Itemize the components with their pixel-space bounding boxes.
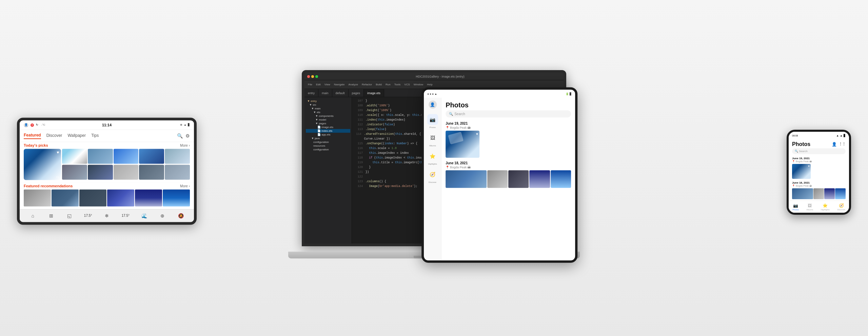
mute-icon[interactable]: 🔕 — [177, 212, 184, 219]
tab-featured[interactable]: Featured — [24, 133, 41, 139]
status-left: 👤 ♥ ↻ -°C — [24, 123, 45, 127]
ac-icon[interactable]: 🌊 — [141, 212, 148, 219]
menu-analyze[interactable]: Analyze — [347, 82, 359, 87]
wifi-icon: ▲ — [840, 134, 843, 137]
tablet-frame: 👤 ♥ ↻ -°C 11:14 ⊗ ▲ ▊ Featured Discover … — [17, 118, 197, 225]
photo-item — [88, 165, 113, 180]
menu-run[interactable]: Run — [384, 82, 392, 87]
more-icon[interactable]: ⋮⋮ — [839, 142, 846, 147]
tablet-time: 11:14 — [102, 123, 112, 127]
photo-item — [165, 149, 190, 164]
menu-vcs[interactable]: VCS — [403, 82, 411, 87]
ph-med-photo — [813, 188, 824, 199]
ide-tab-image[interactable]: image.ets — [364, 89, 384, 97]
file-tree-item[interactable]: 📄 image.ets — [306, 125, 350, 129]
tasks-icon[interactable]: ⊞ — [48, 212, 55, 219]
tab-discover[interactable]: Discover — [46, 133, 62, 139]
section1-more[interactable]: More › — [180, 144, 190, 147]
search-icon: 🔍 — [449, 112, 453, 116]
menu-refactor[interactable]: Refactor — [360, 82, 373, 87]
menu-file[interactable]: File — [307, 82, 314, 87]
ph-nav-label-highlights: Highlights — [821, 209, 830, 211]
file-tree-item[interactable]: ▼ entry — [306, 99, 350, 103]
file-tree-item[interactable]: ▼ model — [306, 118, 350, 122]
sidebar-item-photos[interactable]: 📷 — [427, 114, 438, 125]
ide-title: HDC2031Gallery - image.ets (entry) — [319, 75, 561, 78]
file-tree-item[interactable]: configuration — [306, 148, 350, 151]
tab-tips[interactable]: Tips — [91, 133, 99, 139]
ph-nav-photos[interactable]: 📷 Photos — [792, 203, 799, 211]
large-tablet: ● ● ● ▲ 🔋 ▊ 👤 📷 Photos 🖼 Albums ⭐ Highli… — [421, 87, 577, 263]
ide-tab-entry[interactable]: entry — [304, 89, 318, 97]
section2-more[interactable]: More › — [180, 184, 190, 188]
large-tablet-frame: ● ● ● ▲ 🔋 ▊ 👤 📷 Photos 🖼 Albums ⭐ Highli… — [421, 87, 577, 263]
file-tree-item[interactable]: configuration — [306, 140, 350, 144]
ph-header-icons: 👤 ⋮⋮ — [832, 142, 846, 147]
close-icon[interactable] — [307, 75, 310, 78]
ph-nav-albums[interactable]: 🖼 Albums — [806, 203, 813, 211]
ph-bottom-nav: 📷 Photos 🖼 Albums ⭐ Highlights 🧭 Discove… — [789, 201, 849, 213]
file-tree-item[interactable]: ▼ src — [306, 103, 350, 107]
ide-tab-pages[interactable]: pages — [349, 89, 364, 97]
maximize-icon[interactable] — [315, 75, 318, 78]
sidebar-item-albums[interactable]: 🖼 — [427, 132, 438, 143]
file-tree-item[interactable]: ▼ main — [306, 107, 350, 110]
tablet-status-bar: 👤 ♥ ↻ -°C 11:14 ⊗ ▲ ▊ — [20, 120, 194, 130]
ide-tab-main[interactable]: main — [318, 89, 332, 97]
search-icon[interactable]: 🔍 — [177, 133, 183, 139]
file-tree-item-selected[interactable]: 📄 index.ets — [306, 129, 350, 133]
switch-icon[interactable]: ⊕ — [159, 212, 166, 219]
lt-sidebar: 👤 📷 Photos 🖼 Albums ⭐ Highlights 🧭 Disco… — [424, 98, 441, 260]
battery-icon: ▊ — [188, 123, 190, 126]
minimize-icon[interactable] — [311, 75, 314, 78]
ph-nav-highlights[interactable]: ⭐ Highlights — [821, 203, 830, 211]
ph-nav-label-discover: Discover — [837, 209, 845, 211]
tab-wallpaper[interactable]: Wallpaper — [67, 133, 86, 139]
photo-item — [114, 149, 139, 164]
lt-section-date-2: June 18, 2021 — [441, 160, 575, 166]
ph-search[interactable]: 🔍 Search — [792, 148, 846, 154]
menu-tools[interactable]: Tools — [393, 82, 402, 87]
menu-build[interactable]: Build — [374, 82, 383, 87]
lt-search[interactable]: 🔍 Search — [446, 110, 571, 118]
file-tree-item[interactable]: ▼ components — [306, 114, 350, 118]
file-tree-item[interactable]: ▼ ets — [306, 110, 350, 114]
sidebar-item-discover[interactable]: 🧭 — [427, 169, 438, 180]
file-tree-item[interactable]: ▼ pages — [306, 122, 350, 125]
file-tree-item[interactable]: 📄 app.ets — [306, 133, 350, 136]
photo-item — [114, 165, 139, 180]
photo-item — [62, 149, 87, 164]
ph-title: Photos — [792, 141, 810, 147]
menu-window[interactable]: Window — [412, 82, 425, 87]
lt-photo-med — [487, 170, 508, 188]
lt-photo-med — [551, 170, 571, 188]
ph-nav-discover[interactable]: 🧭 Discover — [837, 203, 845, 211]
lt-photo-med — [508, 170, 529, 188]
home-icon[interactable]: ⌂ — [29, 212, 36, 219]
wifi-off-icon: ⊗ — [180, 123, 182, 126]
back-icon[interactable]: ◱ — [66, 212, 73, 219]
heart-icon: ♥ — [476, 132, 478, 136]
location-icon: 📍 — [446, 166, 449, 169]
ph-wide-photo — [792, 188, 813, 199]
ph-header: Photos 👤 ⋮⋮ — [789, 139, 849, 148]
settings-icon[interactable]: ⚙ — [185, 133, 190, 139]
photo-item — [88, 149, 113, 164]
ide-tab-default[interactable]: default — [332, 89, 349, 97]
lt-section-date-1: June 19, 2021 — [441, 120, 575, 126]
temp-1: 17.5° — [84, 214, 92, 217]
sidebar-item-highlights[interactable]: ⭐ — [427, 151, 438, 162]
ph-time: 08:08 — [792, 134, 798, 137]
file-tree-item[interactable]: ▼ java — [306, 136, 350, 140]
fan-icon[interactable]: ❄ — [103, 212, 110, 219]
temperature-status: -°C — [41, 123, 45, 126]
file-tree-item[interactable]: resources — [306, 144, 350, 148]
menu-help[interactable]: Help — [426, 82, 434, 87]
ph-nav-label-albums: Albums — [806, 209, 813, 211]
menu-navigate[interactable]: Navigate — [333, 82, 346, 87]
menu-edit[interactable]: Edit — [315, 82, 322, 87]
rec-photo — [24, 189, 51, 206]
featured-photos-area: ♥ +1 — [20, 148, 194, 182]
ph-section-date-1: June 19, 2021 — [789, 156, 849, 160]
menu-view[interactable]: View — [323, 82, 332, 87]
